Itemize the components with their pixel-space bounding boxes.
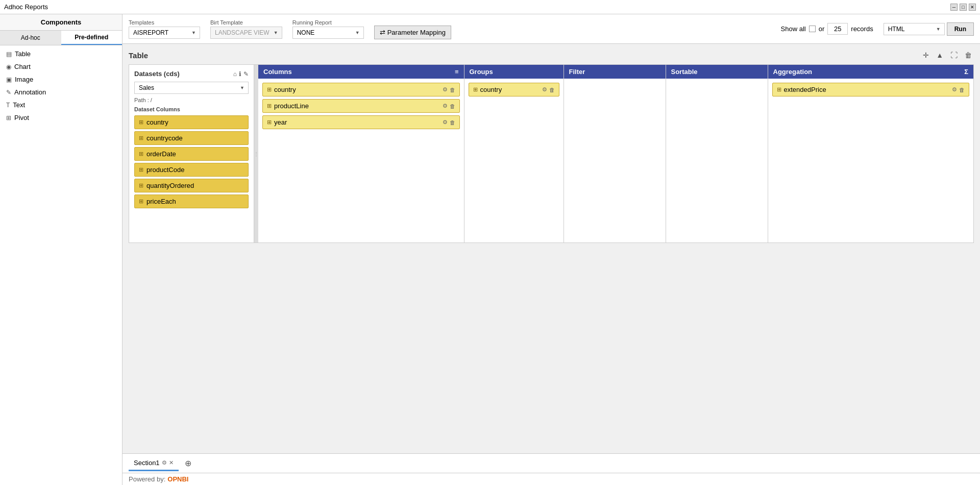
- maximize-button[interactable]: □: [960, 4, 967, 11]
- birt-template-group: Birt Template LANDSCAPE VIEW: [210, 19, 282, 39]
- param-mapping-button[interactable]: ⇄ Parameter Mapping: [374, 26, 451, 39]
- section-title: Table: [129, 51, 148, 60]
- columns-header-icon[interactable]: ≡: [455, 68, 459, 76]
- group-delete-button[interactable]: 🗑: [549, 86, 555, 93]
- templates-select-wrapper: AISREPORT: [129, 27, 200, 39]
- agg-delete-button[interactable]: 🗑: [959, 86, 965, 93]
- list-item[interactable]: ⊞ quantityOrdered: [134, 179, 249, 192]
- format-select[interactable]: HTML: [884, 23, 945, 35]
- aggregation-header-label: Aggregation: [773, 68, 813, 76]
- columns-panel-header: Columns ≡: [258, 65, 464, 79]
- templates-select[interactable]: AISREPORT: [129, 27, 200, 39]
- add-section-button[interactable]: ✛: [921, 50, 931, 60]
- table-row: ⊞ productLine ⚙ 🗑: [262, 99, 460, 113]
- sortable-header-label: Sortable: [671, 68, 698, 76]
- col-item-right: ⚙ 🗑: [542, 86, 555, 93]
- list-item[interactable]: ⊞ priceEach: [134, 195, 249, 208]
- col-delete-button[interactable]: 🗑: [450, 119, 455, 126]
- column-icon: ⊞: [139, 198, 143, 205]
- section1-tab[interactable]: Section1 ⚙ ✕: [129, 456, 179, 471]
- col-item-left: ⊞ extendedPrice: [777, 86, 826, 93]
- sidebar-item-text[interactable]: T Text: [0, 99, 122, 111]
- section1-settings-icon[interactable]: ⚙: [162, 459, 167, 466]
- delete-section-button[interactable]: 🗑: [963, 50, 974, 60]
- sidebar-item-label-table: Table: [15, 50, 31, 58]
- sidebar-items: ▤ Table ◉ Chart ▣ Image ✎ Annotation T T…: [0, 45, 122, 126]
- list-item[interactable]: ⊞ countrycode: [134, 131, 249, 145]
- minimize-button[interactable]: ─: [950, 4, 958, 11]
- dataset-panel: Datasets (cds) ⌂ ℹ ✎ Sales Path : / Dat: [129, 65, 254, 243]
- sidebar-item-label-image: Image: [15, 76, 33, 83]
- column-name: quantityOrdered: [146, 182, 194, 189]
- column-icon: ⊞: [139, 119, 143, 126]
- sidebar-item-pivot[interactable]: ⊞ Pivot: [0, 111, 122, 124]
- aggregation-panel-body: ⊞ extendedPrice ⚙ 🗑: [768, 79, 974, 103]
- sortable-panel: Sortable: [666, 65, 768, 243]
- col-item-left: ⊞ productLine: [267, 102, 309, 110]
- chart-icon: ◉: [6, 63, 11, 70]
- top-toolbar: Templates AISREPORT Birt Template LANDSC…: [122, 14, 980, 44]
- col-delete-button[interactable]: 🗑: [450, 103, 455, 109]
- col-item-left: ⊞ year: [267, 118, 287, 126]
- tab-adhoc[interactable]: Ad-hoc: [0, 31, 61, 45]
- list-item[interactable]: ⊞ country: [134, 115, 249, 129]
- show-all-checkbox[interactable]: [809, 26, 816, 32]
- list-item[interactable]: ⊞ orderDate: [134, 147, 249, 161]
- col-settings-button[interactable]: ⚙: [443, 103, 448, 109]
- column-name: orderDate: [146, 150, 176, 158]
- col-delete-button[interactable]: 🗑: [450, 86, 455, 93]
- param-mapping-icon: ⇄: [380, 29, 385, 36]
- col-settings-button[interactable]: ⚙: [443, 119, 448, 126]
- group-type-icon: ⊞: [473, 86, 478, 93]
- expand-button[interactable]: ⛶: [948, 50, 960, 60]
- aggregation-panel: Aggregation Σ ⊞ extendedPrice ⚙ 🗑: [768, 65, 974, 243]
- section-actions: ✛ ▲ ⛶ 🗑: [921, 50, 974, 60]
- sidebar-item-label-text: Text: [13, 101, 25, 109]
- col-item-name: country: [274, 86, 296, 93]
- dataset-header: Datasets (cds) ⌂ ℹ ✎: [134, 70, 249, 78]
- dataset-edit-button[interactable]: ✎: [243, 70, 249, 78]
- section1-close-icon[interactable]: ✕: [169, 459, 174, 466]
- run-button[interactable]: Run: [947, 22, 974, 36]
- sidebar-item-chart[interactable]: ◉ Chart: [0, 60, 122, 73]
- powered-by-label: Powered by:: [129, 475, 165, 483]
- list-item[interactable]: ⊞ productCode: [134, 163, 249, 177]
- text-icon: T: [6, 102, 10, 109]
- sidebar-header: Components: [0, 14, 122, 31]
- show-all-group: Show all or records: [781, 23, 873, 35]
- dataset-home-button[interactable]: ⌂: [233, 70, 237, 78]
- col-item-name: productLine: [274, 102, 309, 110]
- filter-header-label: Filter: [569, 68, 585, 76]
- dataset-columns-label: Dataset Columns: [134, 106, 249, 112]
- sidebar-item-label-chart: Chart: [14, 63, 31, 70]
- running-report-select[interactable]: NONE: [292, 27, 364, 39]
- add-section-tab-button[interactable]: ⊕: [181, 456, 195, 470]
- bottom-tabs: Section1 ⚙ ✕ ⊕: [122, 453, 980, 473]
- group-settings-button[interactable]: ⚙: [542, 86, 547, 93]
- filter-panel: Filter: [564, 65, 666, 243]
- groups-panel: Groups ⊞ country ⚙ 🗑: [464, 65, 564, 243]
- records-input[interactable]: [827, 23, 848, 35]
- close-button[interactable]: ✕: [969, 4, 976, 11]
- running-report-label: Running Report: [292, 19, 364, 26]
- column-icon: ⊞: [139, 135, 143, 141]
- sidebar-item-image[interactable]: ▣ Image: [0, 73, 122, 86]
- sidebar-item-table[interactable]: ▤ Table: [0, 47, 122, 60]
- sidebar: Components Ad-hoc Pre-defined ▤ Table ◉ …: [0, 14, 122, 485]
- sidebar-item-annotation[interactable]: ✎ Annotation: [0, 86, 122, 99]
- tab-predefined[interactable]: Pre-defined: [61, 31, 122, 45]
- dataset-select[interactable]: Sales: [134, 82, 249, 94]
- dataset-select-wrapper: Sales: [134, 82, 249, 94]
- move-up-button[interactable]: ▲: [934, 50, 945, 60]
- pivot-icon: ⊞: [6, 114, 11, 122]
- birt-template-label: Birt Template: [210, 19, 282, 26]
- col-item-right: ⚙ 🗑: [443, 86, 455, 93]
- dataset-info-button[interactable]: ℹ: [239, 70, 241, 78]
- table-row: ⊞ country ⚙ 🗑: [262, 83, 460, 96]
- column-icon: ⊞: [139, 151, 143, 157]
- col-settings-button[interactable]: ⚙: [443, 86, 448, 93]
- column-type-icon: ⊞: [267, 119, 272, 126]
- drag-handle-1[interactable]: ⋮: [254, 65, 258, 243]
- agg-settings-button[interactable]: ⚙: [952, 86, 957, 93]
- column-type-icon: ⊞: [267, 86, 272, 93]
